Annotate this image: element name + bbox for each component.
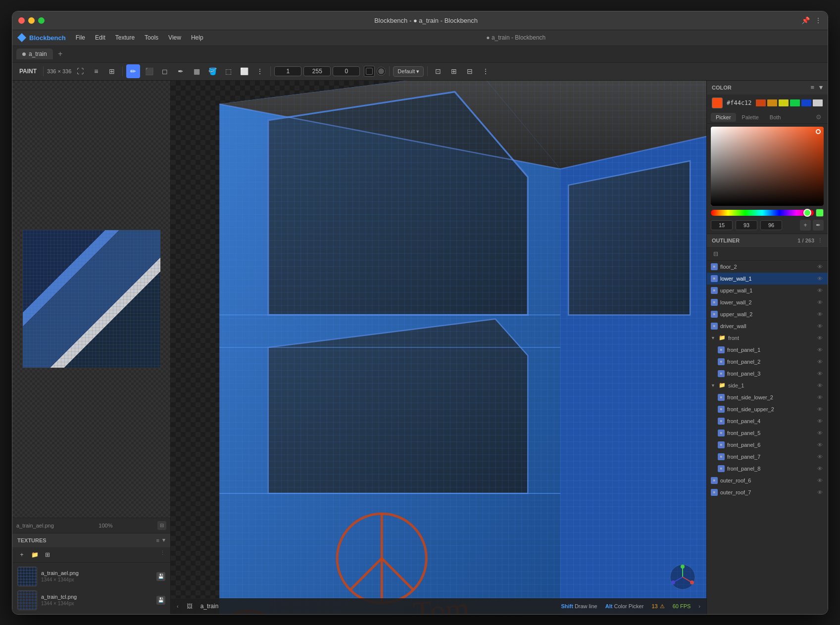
palette-swatch-4[interactable]	[790, 99, 800, 106]
palette-swatch-5[interactable]	[801, 99, 811, 106]
paint-canvas-content[interactable]	[12, 81, 170, 518]
saturation-picker[interactable]	[711, 127, 824, 206]
tab-picker[interactable]: Picker	[711, 113, 736, 122]
minimize-button[interactable]	[28, 17, 35, 24]
collapse-panel-btn[interactable]: ⊟	[157, 521, 166, 530]
load-texture-btn[interactable]: 📁	[29, 549, 40, 560]
visibility-icon[interactable]: 👁	[816, 310, 824, 318]
menu-edit[interactable]: Edit	[91, 33, 109, 43]
header-expand-icon[interactable]: ≡	[810, 84, 814, 91]
visibility-icon[interactable]: 👁	[816, 393, 824, 401]
expand-icon[interactable]: ≡	[89, 64, 103, 78]
bucket-tool[interactable]: 🪣	[205, 64, 219, 78]
overlay-tool[interactable]: ⬚	[221, 64, 235, 78]
prev-frame-btn[interactable]: ‹	[177, 603, 179, 609]
outliner-item-frontsidelower2[interactable]: ■ front_side_lower_2 👁	[714, 391, 828, 403]
menu-tools[interactable]: Tools	[141, 33, 162, 43]
outliner-item-frontpanel8[interactable]: ■ front_panel_8 👁	[714, 463, 828, 475]
create-texture-btn[interactable]: ⊞	[42, 549, 53, 560]
flow-input[interactable]: 0	[333, 66, 360, 76]
more-tools[interactable]: ⋮	[253, 64, 267, 78]
outliner-tool-1[interactable]: ⊟	[711, 249, 721, 259]
visibility-icon[interactable]: 👁	[816, 429, 824, 437]
visibility-icon[interactable]: 👁	[816, 453, 824, 461]
view-mode-btn-3[interactable]: ⊟	[463, 64, 477, 78]
outliner-item-floor2[interactable]: ■ floor_2 👁	[707, 261, 828, 273]
new-tab-button[interactable]: +	[55, 48, 66, 59]
gradient-tool[interactable]: ▦	[190, 64, 203, 78]
close-button[interactable]	[18, 17, 25, 24]
color-picker-tool[interactable]: ✒	[174, 64, 188, 78]
selection-tool[interactable]: ⬜	[237, 64, 251, 78]
layout-icon[interactable]: ⊞	[105, 64, 119, 78]
pencil-tool[interactable]: ✏	[126, 64, 140, 78]
palette-swatch-6[interactable]	[813, 99, 823, 106]
header-collapse-icon[interactable]: ▾	[819, 84, 823, 91]
visibility-icon[interactable]: 👁	[816, 488, 824, 496]
outliner-item-frontpanel7[interactable]: ■ front_panel_7 👁	[714, 451, 828, 463]
maximize-button[interactable]	[38, 17, 45, 24]
palette-swatch-3[interactable]	[779, 99, 789, 106]
red-input[interactable]: 15	[711, 220, 733, 230]
outliner-item-driverwall[interactable]: ■ driver_wall 👁	[707, 320, 828, 332]
texture-item-ael[interactable]: a_train_ael.png 1344 × 1344px 💾	[14, 565, 168, 588]
visibility-icon[interactable]: 👁	[816, 370, 824, 378]
eyedropper-btn[interactable]: ✒	[813, 220, 824, 231]
visibility-icon[interactable]: 👁	[816, 287, 824, 294]
add-texture-btn[interactable]: +	[16, 549, 27, 560]
outliner-item-frontpanel4[interactable]: ■ front_panel_4 👁	[714, 415, 828, 427]
opacity-input[interactable]: 255	[303, 66, 331, 76]
hue-slider[interactable]	[711, 210, 814, 216]
background-color[interactable]	[377, 67, 386, 76]
tab-both[interactable]: Both	[765, 113, 786, 122]
green-input[interactable]: 93	[736, 220, 757, 230]
outliner-group-front[interactable]: ▼ 📁 front 👁	[707, 332, 828, 344]
menu-file[interactable]: File	[72, 33, 89, 43]
view-mode-btn-1[interactable]: ⊡	[431, 64, 445, 78]
outliner-item-lowerwall1[interactable]: ■ lower_wall_1 👁	[707, 273, 828, 285]
menu-texture[interactable]: Texture	[111, 33, 139, 43]
foreground-color[interactable]	[364, 66, 375, 77]
outliner-item-upperwall2[interactable]: ■ upper_wall_2 👁	[707, 308, 828, 320]
outliner-item-frontpanel6[interactable]: ■ front_panel_6 👁	[714, 439, 828, 451]
menu-help[interactable]: Help	[187, 33, 207, 43]
texture-item-tcl[interactable]: a_train_tcl.png 1344 × 1344px 💾	[14, 588, 168, 612]
outliner-item-frontpanel5[interactable]: ■ front_panel_5 👁	[714, 427, 828, 439]
visibility-icon[interactable]: 👁	[816, 405, 824, 413]
outliner-item-upperwall1[interactable]: ■ upper_wall_1 👁	[707, 285, 828, 296]
outliner-item-frontpanel2[interactable]: ■ front_panel_2 👁	[714, 356, 828, 368]
color-settings-btn[interactable]: ⚙	[814, 112, 824, 122]
viewport[interactable]: Tom was here	[171, 81, 706, 614]
more-view-options[interactable]: ⋮	[479, 64, 493, 78]
visibility-icon[interactable]: 👁	[816, 465, 824, 473]
visibility-icon[interactable]: 👁	[816, 358, 824, 366]
blue-input[interactable]: 96	[760, 220, 782, 230]
outliner-group-side1[interactable]: ▼ 📁 side_1 👁	[707, 380, 828, 391]
texture-save-ael[interactable]: 💾	[156, 572, 165, 581]
texture-canvas[interactable]	[22, 230, 161, 368]
view-mode-btn-2[interactable]: ⊞	[447, 64, 461, 78]
brush-size-input[interactable]: 1	[274, 66, 301, 76]
outliner-item-frontpanel3[interactable]: ■ front_panel_3 👁	[714, 368, 828, 380]
resize-icon[interactable]: ⛶	[73, 64, 87, 78]
visibility-icon[interactable]: 👁	[816, 263, 824, 271]
fill-tool[interactable]: ⬛	[142, 64, 156, 78]
outliner-item-frontsideupper2[interactable]: ■ front_side_upper_2 👁	[714, 403, 828, 415]
outliner-item-frontpanel1[interactable]: ■ front_panel_1 👁	[714, 344, 828, 356]
palette-swatch-1[interactable]	[756, 99, 766, 106]
tab-a-train[interactable]: a_train	[16, 48, 53, 59]
add-color-btn[interactable]: +	[800, 220, 811, 231]
visibility-icon[interactable]: 👁	[816, 322, 824, 330]
eraser-tool[interactable]: ◻	[158, 64, 172, 78]
visibility-icon[interactable]: 👁	[816, 275, 824, 283]
visibility-icon[interactable]: 👁	[816, 382, 824, 389]
outliner-item-outerroof7[interactable]: ■ outer_roof_7 👁	[707, 486, 828, 498]
chevron-down-icon[interactable]: ▾	[162, 537, 165, 543]
visibility-icon[interactable]: 👁	[816, 477, 824, 484]
outliner-more-btn[interactable]: ⋮	[817, 238, 823, 244]
pin-icon[interactable]: 📌	[801, 16, 810, 24]
outliner-item-lowerwall2[interactable]: ■ lower_wall_2 👁	[707, 296, 828, 308]
visibility-icon[interactable]: 👁	[816, 298, 824, 306]
visibility-icon[interactable]: 👁	[816, 334, 824, 342]
menu-icon[interactable]: ⋮	[815, 16, 822, 24]
